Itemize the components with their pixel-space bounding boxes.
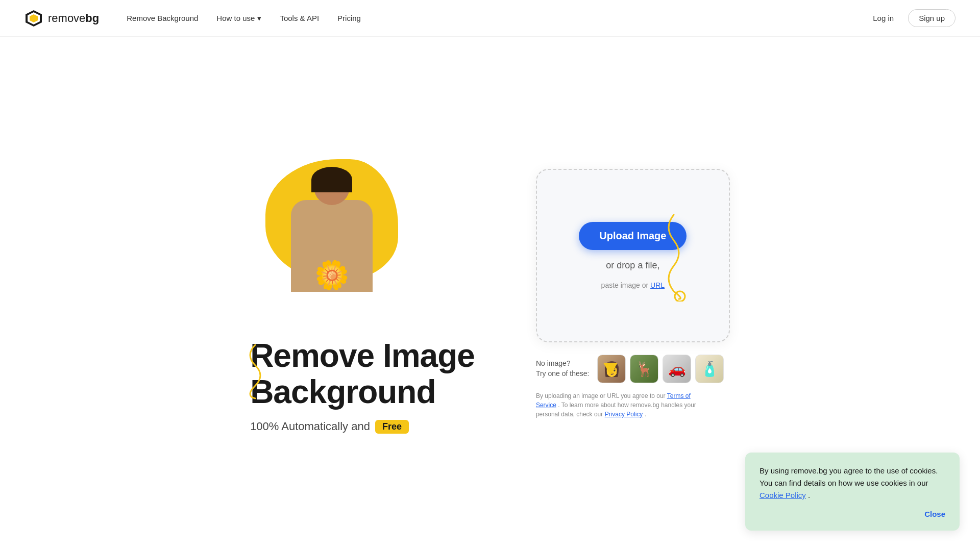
nav-pricing[interactable]: Pricing bbox=[330, 10, 368, 27]
cookie-policy-link[interactable]: Cookie Policy bbox=[760, 491, 806, 499]
navbar: removebg Remove Background How to use ▾ … bbox=[0, 0, 980, 37]
sample-thumb-bottle[interactable]: 🧴 bbox=[695, 355, 724, 383]
hero-right: Upload Image or drop a file, paste image… bbox=[536, 169, 730, 419]
squiggle-top-right-decoration bbox=[638, 210, 709, 304]
triangle-decoration bbox=[603, 363, 618, 375]
sample-thumb-car[interactable]: 🚗 bbox=[663, 355, 691, 383]
cookie-close-button[interactable]: Close bbox=[924, 510, 945, 518]
hero-left: 🌼 Remove Image Background 100% Automatic… bbox=[250, 154, 475, 434]
cookie-close-section: Close bbox=[760, 510, 945, 518]
squiggle-bottom-left-icon bbox=[235, 340, 276, 401]
login-button[interactable]: Log in bbox=[865, 10, 902, 27]
nav-links: Remove Background How to use ▾ Tools & A… bbox=[119, 10, 368, 27]
squiggle-top-right-icon bbox=[638, 210, 709, 302]
free-badge: Free bbox=[375, 420, 409, 434]
squiggle-bottom-left-decoration bbox=[235, 340, 276, 403]
nav-right: Log in Sign up bbox=[865, 9, 955, 27]
nav-how-to-use[interactable]: How to use ▾ bbox=[209, 10, 268, 27]
cookie-banner: By using remove.bg you agree to the use … bbox=[745, 453, 960, 531]
headline: Remove Image Background bbox=[250, 338, 475, 410]
headline-line2: Background bbox=[250, 374, 475, 410]
chevron-down-icon: ▾ bbox=[257, 14, 261, 23]
logo-icon bbox=[24, 9, 43, 28]
nav-remove-bg[interactable]: Remove Background bbox=[119, 10, 205, 27]
sample-thumb-deer[interactable]: 🦌 bbox=[630, 355, 658, 383]
nav-tools-api[interactable]: Tools & API bbox=[273, 10, 326, 27]
hero-subtitle: 100% Automatically and Free bbox=[250, 420, 475, 434]
signup-button[interactable]: Sign up bbox=[908, 9, 955, 27]
cookie-text: By using remove.bg you agree to the use … bbox=[760, 465, 945, 502]
headline-line1: Remove Image bbox=[250, 338, 475, 373]
no-image-label: No image? Try one of these: bbox=[536, 359, 590, 379]
logo[interactable]: removebg bbox=[24, 9, 99, 28]
hero-image: 🌼 bbox=[250, 154, 413, 317]
sample-images-section: No image? Try one of these: 👩 🦌 🚗 🧴 bbox=[536, 355, 730, 383]
logo-wordmark: removebg bbox=[48, 12, 99, 25]
privacy-link[interactable]: Privacy Policy bbox=[605, 411, 643, 418]
terms-text: By uploading an image or URL you agree t… bbox=[536, 391, 709, 419]
nav-left: removebg Remove Background How to use ▾ … bbox=[24, 9, 368, 28]
